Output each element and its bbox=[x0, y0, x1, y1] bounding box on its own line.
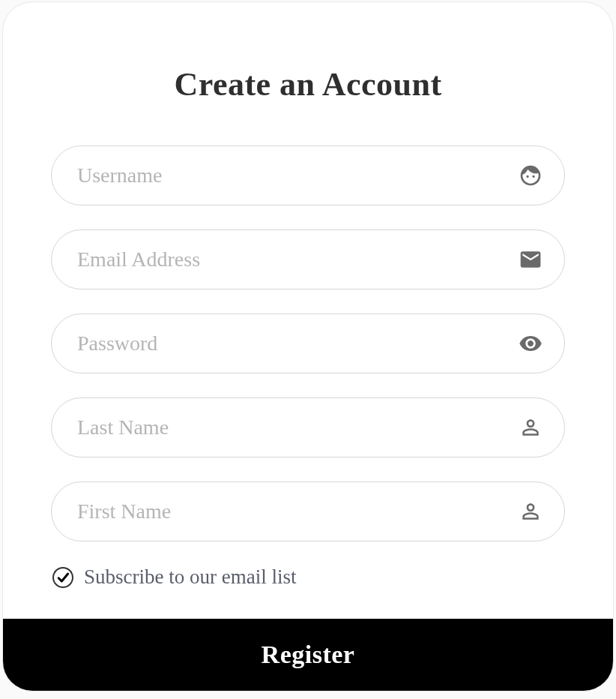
subscribe-checkbox[interactable] bbox=[52, 567, 73, 588]
email-input[interactable] bbox=[51, 230, 565, 290]
register-button[interactable]: Register bbox=[3, 619, 613, 691]
lastname-field-wrap bbox=[51, 398, 565, 458]
card-header: Create an Account bbox=[3, 2, 613, 146]
firstname-input[interactable] bbox=[51, 482, 565, 542]
username-input[interactable] bbox=[51, 146, 565, 206]
page-title: Create an Account bbox=[33, 65, 583, 104]
person-icon bbox=[519, 416, 543, 440]
registration-card: Create an Account bbox=[2, 2, 614, 692]
email-field-wrap bbox=[51, 230, 565, 290]
mail-icon bbox=[519, 248, 543, 272]
person-icon bbox=[519, 500, 543, 524]
username-field-wrap bbox=[51, 146, 565, 206]
face-icon bbox=[519, 164, 543, 188]
lastname-input[interactable] bbox=[51, 398, 565, 458]
card-body: Subscribe to our email list bbox=[3, 146, 613, 619]
eye-icon[interactable] bbox=[519, 332, 543, 356]
password-input[interactable] bbox=[51, 314, 565, 374]
subscribe-row: Subscribe to our email list bbox=[51, 566, 565, 589]
firstname-field-wrap bbox=[51, 482, 565, 542]
password-field-wrap bbox=[51, 314, 565, 374]
subscribe-label: Subscribe to our email list bbox=[84, 566, 296, 589]
